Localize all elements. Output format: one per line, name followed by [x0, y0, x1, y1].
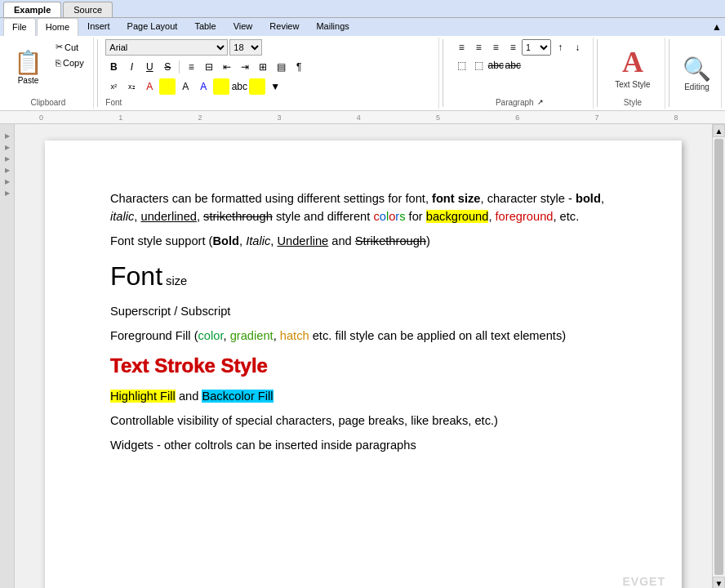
paragraph-controls: ≡ ≡ ≡ ≡ 1 ↑ ↓ ⬚ ⬚ abc abc	[453, 39, 585, 74]
bold-button[interactable]: B	[105, 59, 122, 75]
ruler-inner: 0 1 2 3 4 5 6 7 8	[39, 111, 701, 123]
scroll-down-button[interactable]: ▼	[713, 577, 725, 588]
border-btn-1[interactable]: ⬚	[453, 57, 469, 74]
color-b: o	[380, 210, 386, 223]
para-2: Font style support (Bold, Italic, Underl…	[110, 232, 616, 250]
spacing-after-button[interactable]: ↓	[569, 39, 585, 56]
italic-button[interactable]: I	[123, 59, 140, 75]
strikethrough-button[interactable]: S	[159, 59, 176, 75]
doc-page: Characters can be formatted using differ…	[45, 140, 682, 588]
pilcrow-button[interactable]: ¶	[291, 59, 307, 75]
doc-area: ▶ ▶ ▶ ▶ ▶ ▶ Characters can be formatted …	[0, 124, 725, 588]
highlight-para: Highlight Fill and Backcolor Fill	[110, 387, 616, 405]
subscript-button[interactable]: x₂	[123, 78, 140, 95]
font-color-button[interactable]: A	[141, 78, 158, 95]
ribbon-tab-mailings[interactable]: Mailings	[308, 18, 357, 36]
font-large: Font	[110, 261, 162, 291]
align-center-button[interactable]: ≡	[470, 39, 487, 56]
abc-button[interactable]: abc	[231, 78, 247, 95]
superscript-button[interactable]: x²	[105, 78, 122, 95]
gradient-text: gradient	[230, 329, 274, 342]
copy-icon: ⎘	[56, 58, 61, 68]
ribbon-content: 📋 Paste ✂ Cut ⎘ Copy Clipboar	[0, 36, 725, 110]
underline-button[interactable]: U	[141, 59, 158, 75]
spacing-before-button[interactable]: ↑	[552, 39, 568, 56]
paragraph-dialog-btn[interactable]: ↗	[537, 98, 544, 106]
strikethrough-para-button[interactable]: abc	[487, 57, 504, 74]
color-r: c	[373, 210, 379, 223]
font-fill-button[interactable]: A	[177, 78, 193, 95]
gutter-mark: ▶	[5, 189, 10, 201]
underline-style-2: Underline	[277, 234, 328, 247]
font-size-heading: Font size	[110, 256, 616, 296]
color-text: color	[198, 329, 224, 342]
borders-button[interactable]: ⊞	[255, 59, 271, 75]
font-size-select[interactable]: 18	[229, 39, 262, 56]
ribbon-tab-file[interactable]: File	[3, 18, 36, 36]
cut-label: Cut	[64, 42, 78, 52]
tab-example[interactable]: Example	[3, 2, 61, 17]
ribbon-tab-review[interactable]: Review	[261, 18, 307, 36]
ribbon-tab-insert[interactable]: Insert	[79, 18, 118, 36]
highlight-fill-text: Highlight Fill	[110, 390, 176, 403]
border-btn-2[interactable]: ⬚	[470, 57, 487, 74]
numbering-button[interactable]: ⊟	[201, 59, 217, 75]
shading-button[interactable]: ▤	[273, 59, 289, 75]
para-row-2: ⬚ ⬚ abc abc	[453, 57, 585, 74]
text-highlight-button[interactable]	[159, 78, 176, 95]
indent-decrease-button[interactable]: ⇤	[219, 59, 235, 75]
indent-increase-button[interactable]: ⇥	[237, 59, 253, 75]
stroke-title-para: Text Stroke Style	[110, 351, 616, 381]
scrollbar-vertical[interactable]: ▲ ▼	[712, 124, 725, 588]
scroll-thumb[interactable]	[714, 139, 723, 575]
cut-button[interactable]: ✂ Cut	[51, 39, 88, 55]
ribbon-collapse-btn[interactable]: ▲	[709, 18, 725, 36]
ribbon-tab-home[interactable]: Home	[37, 18, 78, 36]
yellow-color-button[interactable]	[249, 78, 265, 95]
tab-source[interactable]: Source	[63, 2, 113, 17]
scroll-up-button[interactable]: ▲	[713, 124, 725, 137]
justify-button[interactable]: ≡	[505, 39, 521, 56]
visibility-para: Controllable visibility of special chara…	[110, 412, 616, 430]
bold-text: font size	[432, 192, 480, 205]
italic-style-2: Italic	[246, 234, 270, 247]
ribbon-tab-table[interactable]: Table	[186, 18, 224, 36]
paragraph-footer: Paragraph ↗	[496, 96, 544, 107]
gutter-mark: ▶	[5, 144, 10, 155]
align-right-button[interactable]: ≡	[487, 39, 504, 56]
copy-button[interactable]: ⎘ Copy	[51, 56, 88, 70]
underline-style: underlined	[140, 210, 196, 223]
para-row-1: ≡ ≡ ≡ ≡ 1 ↑ ↓	[453, 39, 585, 56]
font-family-select[interactable]: Arial	[105, 39, 228, 56]
strikethrough-2-button[interactable]: abc	[505, 57, 521, 74]
stroke-title: Text Stroke Style	[110, 354, 268, 376]
doc-scroll[interactable]: Characters can be formatted using differ…	[15, 124, 712, 588]
watermark: EVGETSOFTWARE SOLUTIONS	[516, 574, 665, 588]
bullets-button[interactable]: ≡	[183, 59, 199, 75]
paragraph-group: ≡ ≡ ≡ ≡ 1 ↑ ↓ ⬚ ⬚ abc abc P	[447, 38, 594, 109]
highlight-color-button[interactable]	[213, 78, 229, 95]
line-spacing-select[interactable]: 1	[522, 39, 551, 56]
doc-content: Characters can be formatted using differ…	[110, 189, 616, 454]
bold-style-2: Bold	[212, 234, 239, 247]
align-left-button[interactable]: ≡	[453, 39, 469, 56]
ribbon: File Home Insert Page Layout Table View …	[0, 18, 725, 111]
font-group-label: Font	[105, 96, 122, 107]
ribbon-tab-page-layout[interactable]: Page Layout	[119, 18, 186, 36]
strikethrough-style-2: Strikethrough	[355, 234, 426, 247]
ribbon-tab-view[interactable]: View	[225, 18, 261, 36]
tab-bar: Example Source	[0, 0, 725, 18]
strikethrough-style: strikethrough	[203, 210, 273, 223]
paste-button[interactable]: 📋 Paste	[8, 39, 48, 96]
bold-style: bold	[576, 192, 601, 205]
clipboard-side: ✂ Cut ⎘ Copy	[51, 39, 88, 96]
editing-icon: 🔍	[683, 56, 711, 82]
left-gutter: ▶ ▶ ▶ ▶ ▶ ▶	[0, 124, 15, 588]
text-color-2-button[interactable]: A	[195, 78, 211, 95]
dropdown-font-button[interactable]: ▼	[267, 78, 283, 95]
style-group-label: Style	[624, 96, 642, 107]
ribbon-tabs: File Home Insert Page Layout Table View …	[0, 18, 725, 36]
paste-icon: 📋	[14, 51, 42, 74]
gutter-mark: ▶	[5, 167, 10, 178]
superscript-para: Superscript / Subscript	[110, 302, 616, 320]
